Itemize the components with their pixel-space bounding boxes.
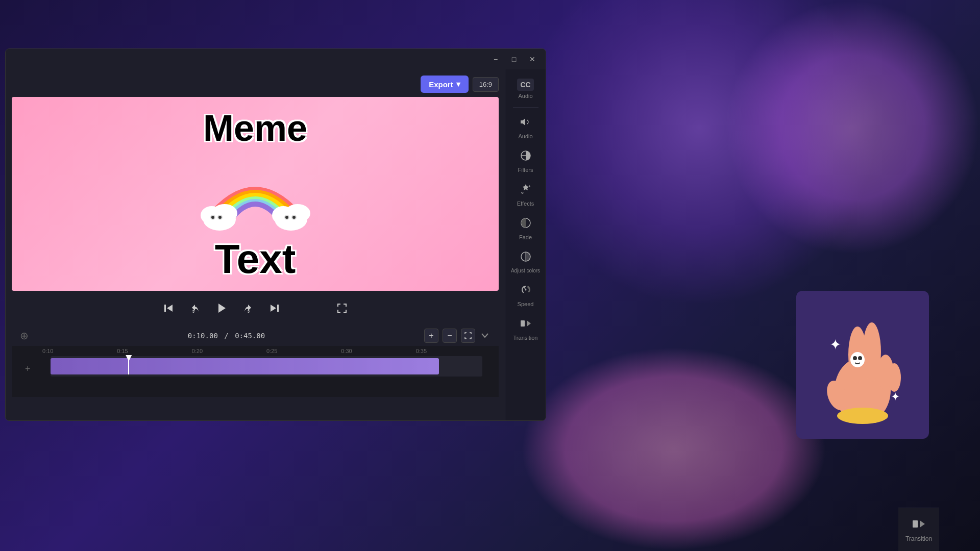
- timeline-track-area: +: [20, 356, 491, 382]
- effects-icon: [520, 183, 532, 198]
- timeline-controls: + −: [424, 329, 491, 343]
- playback-controls: 5 5: [12, 295, 499, 321]
- svg-point-2: [212, 204, 237, 222]
- svg-marker-28: [527, 320, 531, 327]
- svg-point-35: [850, 352, 865, 367]
- video-sub-text: Text: [215, 236, 296, 283]
- aspect-ratio-button[interactable]: 16:9: [473, 77, 499, 92]
- title-bar: − □ ✕: [6, 49, 546, 69]
- sidebar-item-filters[interactable]: Filters: [508, 145, 544, 177]
- speed-label: Speed: [518, 301, 534, 307]
- sidebar-item-adjust-colors[interactable]: Adjust colors: [508, 246, 544, 278]
- rainbow-illustration: [197, 154, 314, 231]
- minimize-button[interactable]: −: [488, 52, 503, 66]
- captions-label: Audio: [518, 93, 532, 99]
- sidebar-divider-1: [513, 107, 538, 108]
- add-track-button[interactable]: +: [25, 364, 31, 374]
- sidebar-item-audio[interactable]: Audio: [508, 112, 544, 143]
- current-time: 0:10.00: [188, 332, 218, 340]
- svg-point-38: [837, 408, 888, 424]
- ruler-mark-4: 0:30: [341, 348, 415, 354]
- video-area: Export ▾ 16:9 Meme: [6, 69, 505, 420]
- export-button[interactable]: Export ▾: [421, 76, 469, 93]
- audio-label: Audio: [518, 133, 532, 139]
- time-separator: /: [224, 332, 228, 340]
- skip-end-icon: [270, 303, 280, 313]
- skip-start-icon: [163, 303, 174, 313]
- forward5-button[interactable]: 5: [239, 299, 257, 317]
- ruler-mark-0: 0:10: [42, 348, 117, 354]
- svg-rect-14: [164, 305, 166, 312]
- skip-to-start-button[interactable]: [159, 299, 178, 317]
- right-sidebar: CC Audio Audio: [505, 69, 546, 420]
- adjust-colors-label: Adjust colors: [511, 268, 540, 273]
- play-icon: [216, 303, 227, 314]
- timeline-clip: [51, 358, 439, 374]
- sidebar-item-transition[interactable]: Transition: [508, 313, 544, 345]
- svg-marker-17: [218, 304, 226, 313]
- audio-icon: [520, 116, 532, 131]
- playhead-marker: [126, 355, 132, 361]
- video-canvas: Meme: [12, 97, 499, 291]
- svg-point-34: [888, 363, 901, 392]
- sidebar-item-speed[interactable]: Speed: [508, 280, 544, 311]
- svg-point-26: [525, 289, 526, 291]
- svg-point-6: [218, 216, 222, 219]
- timeline-track[interactable]: [51, 356, 482, 377]
- captions-icon: CC: [517, 79, 533, 91]
- transition-panel-label: Transition: [905, 535, 932, 542]
- timeline-ruler: 0:10 0:15 0:20 0:25 0:30 0:35: [12, 346, 499, 354]
- svg-rect-27: [521, 320, 525, 327]
- rewind5-button[interactable]: 5: [186, 299, 204, 317]
- collapse-timeline-button[interactable]: [479, 329, 491, 343]
- timeline-section: ⊕ 0:10.00 / 0:45.00 + −: [12, 325, 499, 397]
- sidebar-item-fade[interactable]: Fade: [508, 213, 544, 244]
- svg-rect-19: [277, 305, 279, 312]
- svg-text:✦: ✦: [891, 390, 900, 403]
- fit-icon: [464, 332, 472, 339]
- svg-text:✦: ✦: [829, 337, 841, 353]
- bg-blob-3: [521, 347, 827, 551]
- fit-timeline-button[interactable]: [461, 329, 475, 343]
- content-area: Export ▾ 16:9 Meme: [6, 69, 546, 420]
- transition-panel: Transition: [898, 508, 939, 551]
- svg-text:5: 5: [192, 310, 194, 313]
- ruler-mark-1: 0:15: [117, 348, 191, 354]
- timeline-header: ⊕ 0:10.00 / 0:45.00 + −: [12, 325, 499, 346]
- video-content: Meme: [12, 97, 499, 291]
- fullscreen-icon: [337, 303, 347, 313]
- fade-label: Fade: [519, 234, 532, 240]
- svg-marker-20: [271, 305, 276, 312]
- svg-marker-42: [920, 520, 925, 528]
- export-chevron-icon: ▾: [456, 80, 460, 89]
- zoom-out-button[interactable]: −: [443, 329, 457, 343]
- speed-icon: [520, 284, 532, 299]
- chevron-down-icon: [481, 333, 488, 338]
- zoom-in-button[interactable]: +: [424, 329, 438, 343]
- play-button[interactable]: [212, 299, 231, 317]
- export-label: Export: [429, 80, 453, 89]
- close-button[interactable]: ✕: [525, 52, 540, 66]
- character-illustration: ✦ ✦: [812, 298, 914, 431]
- svg-point-4: [211, 216, 214, 219]
- maximize-button[interactable]: □: [507, 52, 521, 66]
- fullscreen-button[interactable]: [333, 299, 351, 317]
- app-window: − □ ✕ Export ▾ 16:9 Meme: [5, 48, 546, 421]
- skip-to-end-button[interactable]: [265, 299, 284, 317]
- svg-point-37: [858, 356, 862, 360]
- adjust-colors-icon: [520, 251, 532, 266]
- bg-blob-2: [725, 0, 980, 255]
- timeline-left: ⊕: [20, 330, 29, 342]
- transition-icon: [520, 317, 532, 333]
- rainbow-svg: [197, 154, 314, 231]
- sidebar-item-effects[interactable]: Effects: [508, 179, 544, 211]
- svg-point-13: [292, 216, 296, 219]
- fade-icon: [520, 217, 532, 232]
- transition-label: Transition: [513, 335, 538, 341]
- svg-point-9: [285, 204, 310, 222]
- add-track-icon: ⊕: [20, 330, 29, 342]
- effects-label: Effects: [517, 201, 534, 207]
- forward5-icon: 5: [242, 303, 254, 314]
- ruler-mark-2: 0:20: [192, 348, 266, 354]
- sidebar-item-captions[interactable]: CC Audio: [508, 74, 544, 103]
